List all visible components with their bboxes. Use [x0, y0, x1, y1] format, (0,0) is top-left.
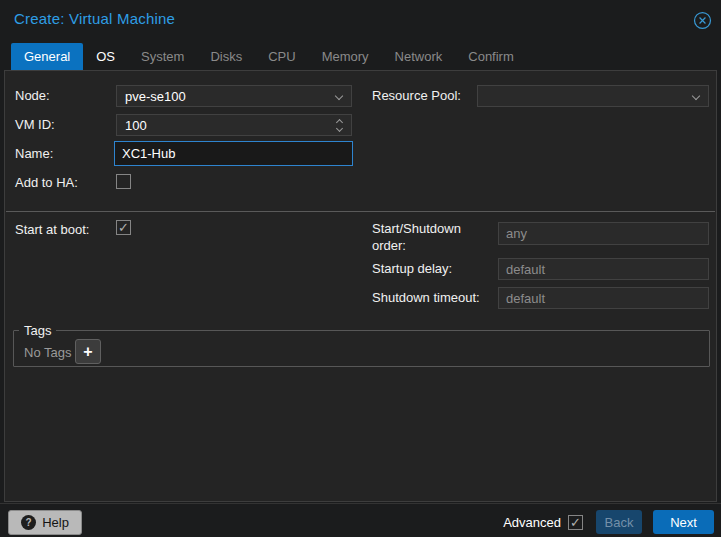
startup-order-label: Start/Shutdown order: — [372, 220, 494, 254]
tags-fieldset: Tags No Tags + — [13, 323, 710, 367]
advanced-label: Advanced — [503, 515, 561, 530]
spinner-down-icon[interactable] — [336, 125, 343, 132]
checkbox-check-glyph: ✓ — [570, 516, 581, 529]
tab-memory: Memory — [309, 43, 382, 70]
advanced-checkbox[interactable]: ✓ — [568, 515, 583, 530]
node-select[interactable]: pve-se100 — [116, 85, 352, 107]
vmid-label: VM ID: — [15, 117, 55, 132]
resource-pool-select[interactable] — [477, 85, 709, 107]
section-divider — [6, 211, 715, 212]
footer-actions: Advanced ✓ Back Next — [503, 510, 714, 534]
tab-os[interactable]: OS — [83, 43, 128, 70]
dialog-footer: ? Help Advanced ✓ Back Next — [0, 503, 721, 537]
general-tab-panel: Node: pve-se100 Resource Pool: VM ID: 10… — [4, 70, 717, 502]
vmid-spinner[interactable]: 100 — [116, 114, 352, 136]
checkbox-check-glyph: ✓ — [118, 221, 129, 234]
add-to-ha-label: Add to HA: — [15, 175, 78, 190]
help-button[interactable]: ? Help — [8, 510, 82, 535]
node-value: pve-se100 — [125, 89, 186, 104]
close-button[interactable] — [693, 11, 712, 30]
start-at-boot-label: Start at boot: — [15, 222, 89, 237]
no-tags-text: No Tags — [24, 345, 71, 360]
name-input[interactable] — [114, 141, 353, 166]
close-icon — [693, 16, 712, 33]
startup-order-input[interactable] — [498, 222, 709, 245]
tab-system: System — [128, 43, 197, 70]
start-at-boot-checkbox[interactable]: ✓ — [116, 220, 131, 235]
name-label: Name: — [15, 146, 53, 161]
tags-legend: Tags — [19, 323, 56, 338]
help-icon: ? — [21, 515, 36, 530]
add-to-ha-checkbox[interactable] — [116, 174, 131, 189]
shutdown-timeout-label: Shutdown timeout: — [372, 290, 480, 305]
tab-disks: Disks — [197, 43, 255, 70]
vmid-value: 100 — [125, 118, 147, 133]
wizard-tabbar: General OS System Disks CPU Memory Netwo… — [11, 43, 527, 70]
dialog-title: Create: Virtual Machine — [14, 10, 175, 27]
tab-general[interactable]: General — [11, 43, 83, 70]
back-button: Back — [596, 510, 642, 534]
add-tag-button[interactable]: + — [75, 339, 101, 364]
plus-icon: + — [83, 343, 92, 361]
next-button[interactable]: Next — [653, 510, 714, 534]
startup-delay-label: Startup delay: — [372, 261, 452, 276]
startup-delay-input[interactable] — [498, 258, 709, 280]
node-label: Node: — [15, 88, 50, 103]
shutdown-timeout-input[interactable] — [498, 287, 709, 309]
help-button-label: Help — [42, 515, 69, 530]
chevron-down-icon — [335, 92, 343, 100]
resource-pool-label: Resource Pool: — [372, 88, 461, 103]
tab-network: Network — [382, 43, 456, 70]
chevron-down-icon — [692, 92, 700, 100]
tab-confirm: Confirm — [455, 43, 527, 70]
create-vm-dialog: Create: Virtual Machine General OS Syste… — [0, 0, 721, 537]
tab-cpu: CPU — [255, 43, 308, 70]
